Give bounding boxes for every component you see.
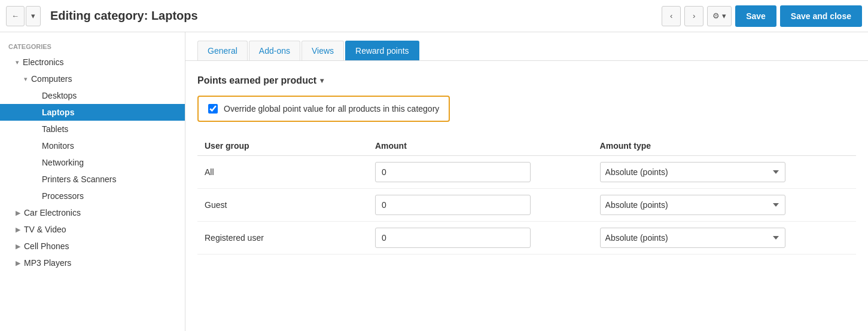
amount-input-0[interactable]	[375, 162, 531, 182]
sidebar-section-label: CATEGORIES	[0, 38, 185, 54]
tv-video-arrow-icon: ▶	[16, 226, 20, 234]
amount-input-1[interactable]	[375, 195, 531, 215]
layout: CATEGORIES ▾Electronics▾ComputersDesktop…	[0, 32, 868, 331]
sidebar-item-label-cell-phones: Cell Phones	[24, 241, 69, 251]
sidebar-item-printers[interactable]: Printers & Scanners	[0, 171, 185, 188]
type-select-2[interactable]: Absolute (points)Percent (%)	[600, 228, 785, 248]
gear-icon: ⚙	[712, 11, 720, 20]
amount-input-2[interactable]	[375, 228, 531, 248]
sidebar-item-label-monitors: Monitors	[42, 141, 74, 151]
type-select-1[interactable]: Absolute (points)Percent (%)	[600, 195, 785, 215]
back-button[interactable]: ←	[6, 6, 25, 26]
override-box: Override global point value for all prod…	[197, 96, 450, 122]
topbar: ← ▾ Editing category: Laptops ‹ › ⚙ ▾ Sa…	[0, 0, 868, 32]
car-electronics-arrow-icon: ▶	[16, 209, 20, 217]
sidebar-item-electronics[interactable]: ▾Electronics	[0, 54, 185, 71]
col-header-amount: Amount	[368, 136, 593, 156]
sidebar-item-mp3-players[interactable]: ▶MP3 Players	[0, 255, 185, 271]
nav-group: ← ▾	[6, 6, 41, 26]
sidebar-item-car-electronics[interactable]: ▶Car Electronics	[0, 204, 185, 221]
tab-general[interactable]: General	[197, 41, 248, 60]
amount-cell-1	[368, 189, 593, 222]
sidebar-item-tablets[interactable]: Tablets	[0, 121, 185, 137]
tab-reward-points[interactable]: Reward points	[345, 41, 419, 60]
sidebar-item-processors[interactable]: Processors	[0, 188, 185, 204]
sidebar-item-label-laptops: Laptops	[42, 108, 74, 117]
table-row: Registered userAbsolute (points)Percent …	[197, 222, 856, 255]
mp3-players-arrow-icon: ▶	[16, 259, 20, 267]
sidebar-item-label-desktops: Desktops	[42, 91, 77, 100]
sidebar-item-cell-phones[interactable]: ▶Cell Phones	[0, 238, 185, 255]
col-header-type: Amount type	[593, 136, 856, 156]
main-content: GeneralAdd-onsViewsReward points Points …	[185, 32, 868, 331]
sidebar-item-label-tv-video: TV & Video	[24, 225, 66, 234]
type-cell-1: Absolute (points)Percent (%)	[593, 189, 856, 222]
override-label[interactable]: Override global point value for all prod…	[224, 104, 439, 114]
section-title: Points earned per product ▾	[197, 75, 856, 86]
gear-dropdown-arrow: ▾	[722, 11, 726, 20]
tab-addons[interactable]: Add-ons	[249, 41, 300, 60]
sidebar: CATEGORIES ▾Electronics▾ComputersDesktop…	[0, 32, 185, 331]
sidebar-item-label-electronics: Electronics	[23, 57, 63, 67]
type-cell-0: Absolute (points)Percent (%)	[593, 156, 856, 189]
override-checkbox[interactable]	[208, 104, 218, 114]
sidebar-item-computers[interactable]: ▾Computers	[0, 71, 185, 87]
sidebar-item-laptops[interactable]: Laptops	[0, 104, 185, 121]
sidebar-item-label-tablets: Tablets	[42, 124, 68, 134]
type-cell-2: Absolute (points)Percent (%)	[593, 222, 856, 255]
topbar-right: ‹ › ⚙ ▾ Save Save and close	[662, 5, 862, 27]
prev-button[interactable]: ‹	[662, 6, 681, 26]
sidebar-item-label-networking: Networking	[42, 158, 84, 167]
col-header-usergroup: User group	[197, 136, 368, 156]
points-table: User group Amount Amount type AllAbsolut…	[197, 136, 856, 255]
table-row: GuestAbsolute (points)Percent (%)	[197, 189, 856, 222]
content-area: Points earned per product ▾ Override glo…	[185, 61, 868, 269]
cell-phones-arrow-icon: ▶	[16, 243, 20, 250]
usergroup-cell-1: Guest	[197, 189, 368, 222]
table-row: AllAbsolute (points)Percent (%)	[197, 156, 856, 189]
sidebar-item-label-car-electronics: Car Electronics	[24, 208, 81, 217]
back-dropdown-button[interactable]: ▾	[26, 6, 41, 26]
section-dropdown-arrow[interactable]: ▾	[320, 76, 324, 85]
section-title-text: Points earned per product	[197, 75, 316, 86]
gear-button[interactable]: ⚙ ▾	[707, 6, 732, 26]
save-button[interactable]: Save	[735, 5, 776, 27]
sidebar-item-label-processors: Processors	[42, 191, 84, 201]
tab-views[interactable]: Views	[301, 41, 344, 60]
sidebar-item-tv-video[interactable]: ▶TV & Video	[0, 221, 185, 238]
sidebar-item-label-printers: Printers & Scanners	[42, 174, 117, 184]
computers-arrow-icon: ▾	[24, 75, 28, 83]
sidebar-item-label-computers: Computers	[31, 74, 72, 84]
usergroup-cell-2: Registered user	[197, 222, 368, 255]
page-title: Editing category: Laptops	[50, 9, 657, 23]
next-button[interactable]: ›	[684, 6, 703, 26]
electronics-arrow-icon: ▾	[16, 59, 19, 66]
sidebar-item-desktops[interactable]: Desktops	[0, 87, 185, 104]
tabs: GeneralAdd-onsViewsReward points	[185, 32, 868, 61]
sidebar-item-networking[interactable]: Networking	[0, 154, 185, 171]
sidebar-item-label-mp3-players: MP3 Players	[24, 258, 71, 268]
table-header-row: User group Amount Amount type	[197, 136, 856, 156]
amount-cell-2	[368, 222, 593, 255]
save-close-button[interactable]: Save and close	[780, 5, 862, 27]
usergroup-cell-0: All	[197, 156, 368, 189]
sidebar-item-monitors[interactable]: Monitors	[0, 137, 185, 154]
amount-cell-0	[368, 156, 593, 189]
type-select-0[interactable]: Absolute (points)Percent (%)	[600, 162, 785, 182]
